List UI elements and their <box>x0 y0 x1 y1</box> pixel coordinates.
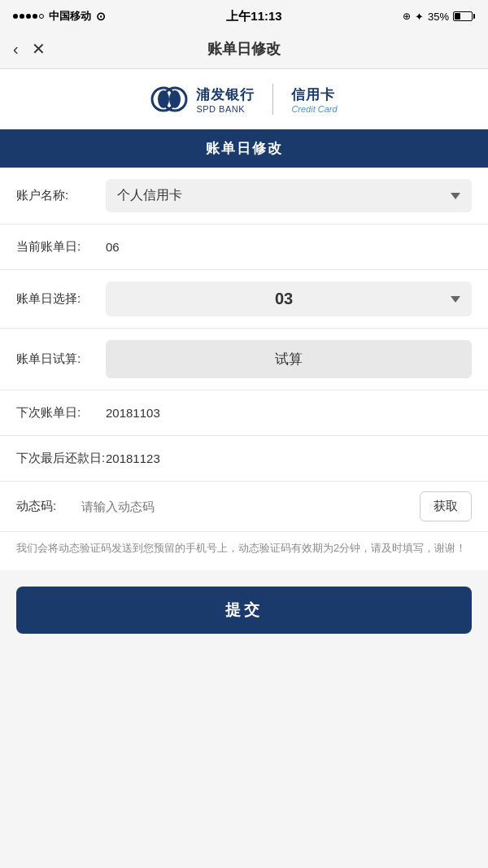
select-date-row: 账单日选择: 03 <box>0 270 488 329</box>
calc-label: 账单日试算: <box>16 351 106 367</box>
credit-chinese: 信用卡 <box>291 85 335 104</box>
dot1 <box>13 14 18 19</box>
spd-bank-icon <box>150 84 188 115</box>
submit-button[interactable]: 提交 <box>16 587 472 634</box>
form-area: 账户名称: 个人信用卡 当前账单日: 06 账单日选择: 03 账单日试算: 试… <box>0 168 488 532</box>
status-bar: 中国移动 ⊙ 上午11:13 ⊕ ✦ 35% <box>0 0 488 29</box>
battery-level: 35% <box>428 11 449 23</box>
account-chevron-icon <box>451 193 460 199</box>
dot4 <box>33 14 37 19</box>
next-date-value: 20181103 <box>106 406 472 420</box>
dot5 <box>39 14 44 19</box>
next-date-row: 下次账单日: 20181103 <box>0 390 488 436</box>
account-select[interactable]: 个人信用卡 <box>106 179 472 212</box>
get-code-button[interactable]: 获取 <box>420 491 472 521</box>
logo-vertical-divider <box>272 84 273 115</box>
account-select-text: 个人信用卡 <box>117 187 182 204</box>
nav-title: 账单日修改 <box>207 39 281 59</box>
logo-area: 浦发银行 SPD BANK 信用卡 Credit Card <box>0 69 488 129</box>
calc-button[interactable]: 试算 <box>106 340 472 378</box>
date-chevron-icon <box>451 296 460 303</box>
hint-area: 我们会将动态验证码发送到您预留的手机号上，动态验证码有效期为2分钟，请及时填写，… <box>0 532 488 570</box>
submit-area: 提交 <box>0 570 488 650</box>
spd-chinese-name: 浦发银行 <box>196 85 255 104</box>
account-row: 账户名称: 个人信用卡 <box>0 168 488 225</box>
status-time: 上午11:13 <box>226 9 281 24</box>
date-select-dropdown[interactable]: 03 <box>106 281 472 316</box>
select-date-label: 账单日选择: <box>16 291 106 307</box>
current-date-row: 当前账单日: 06 <box>0 225 488 270</box>
credit-card-text: 信用卡 Credit Card <box>291 85 337 114</box>
signal-dots <box>13 14 44 19</box>
back-button[interactable]: ‹ <box>13 40 19 59</box>
spd-english-name: SPD BANK <box>196 104 245 114</box>
dynamic-code-row: 动态码: 获取 <box>0 482 488 532</box>
spd-logo: 浦发银行 SPD BANK <box>150 84 255 115</box>
last-repay-label: 下次最后还款日: <box>16 451 106 466</box>
spd-text: 浦发银行 SPD BANK <box>196 85 255 114</box>
status-right: ⊕ ✦ 35% <box>403 11 475 23</box>
hint-text: 我们会将动态验证码发送到您预留的手机号上，动态验证码有效期为2分钟，请及时填写，… <box>16 540 472 557</box>
nav-left-buttons: ‹ ✕ <box>13 39 46 59</box>
account-label: 账户名称: <box>16 188 106 203</box>
svg-point-2 <box>158 90 169 108</box>
date-select-text: 03 <box>117 290 451 308</box>
bluetooth-icon: ✦ <box>415 11 424 23</box>
status-left: 中国移动 ⊙ <box>13 9 106 24</box>
close-button[interactable]: ✕ <box>32 39 46 59</box>
last-repay-value: 20181123 <box>106 451 472 465</box>
location-icon: ⊕ <box>403 11 411 22</box>
dynamic-code-input[interactable] <box>73 499 420 513</box>
dynamic-label: 动态码: <box>16 499 73 514</box>
credit-english: Credit Card <box>291 104 337 114</box>
nav-bar: ‹ ✕ 账单日修改 <box>0 29 488 68</box>
current-date-value: 06 <box>106 240 472 254</box>
carrier-label: 中国移动 <box>49 9 91 24</box>
wifi-icon: ⊙ <box>96 10 106 23</box>
battery-icon <box>453 11 475 21</box>
current-date-label: 当前账单日: <box>16 239 106 255</box>
section-header: 账单日修改 <box>0 129 488 168</box>
svg-point-3 <box>169 90 181 108</box>
last-repay-row: 下次最后还款日: 20181123 <box>0 436 488 482</box>
calc-row: 账单日试算: 试算 <box>0 329 488 390</box>
next-date-label: 下次账单日: <box>16 405 106 421</box>
dot2 <box>20 14 24 19</box>
dot3 <box>26 14 31 19</box>
